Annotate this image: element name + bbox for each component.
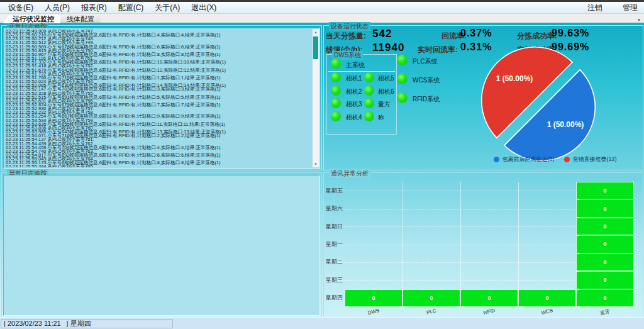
scroll-down-icon[interactable]: ▼ (313, 161, 319, 167)
stat-label: 当天分拣量: (326, 31, 366, 42)
legend-dot-icon (564, 157, 570, 162)
heatmap-cell: 0 (576, 199, 634, 217)
heatmap-cell: 0 (576, 271, 634, 289)
error-log-list[interactable] (3, 175, 320, 316)
dws-item-label: 相机5 (378, 74, 394, 83)
logout-button[interactable]: 注销 (586, 2, 604, 14)
system-label: PLC系统 (413, 57, 437, 66)
device-status-title: 设备运行状态 (329, 22, 370, 31)
dws-item-label: 相机6 (378, 87, 394, 96)
dws-status-indicator (364, 111, 374, 121)
dws-status-indicator (331, 86, 341, 96)
menu-item[interactable]: 关于(A) (149, 2, 186, 14)
menu-item[interactable]: 配置(C) (113, 2, 150, 14)
heatmap-ylabel: 星期一 (324, 235, 343, 253)
pie-legend-item[interactable]: 货物直接堆叠(12) (564, 155, 616, 164)
heatmap-cell: 0 (576, 182, 634, 199)
normal-log-panel: 正常日志追踪 02-23 11:25:49.909 从PLC收到小车号747.0… (1, 25, 322, 170)
dws-item-label: 相机3 (346, 100, 362, 109)
system-status-indicator (397, 92, 408, 103)
stat-label: 实时回流率: (418, 45, 458, 55)
system-label: WCS系统 (413, 76, 440, 85)
statusbar: | 2023/02/23 11:21 | 星期四 (0, 317, 644, 329)
admin-button[interactable]: 管理 (621, 2, 639, 14)
pie-slice-label: 1 (50.00%) (547, 120, 584, 129)
heatmap-ylabel: 星期五 (324, 182, 343, 199)
menu-item[interactable]: 退出(X) (186, 2, 222, 14)
heatmap-cell: 0 (576, 218, 634, 235)
comm-anomaly-title: 通讯异常分析 (329, 169, 370, 178)
stat-value: 11940 (372, 42, 404, 54)
normal-log-lines: 02-23 11:25:49.909 从PLC收到小车号747.02-23 11… (6, 30, 311, 167)
stat-value: 542 (372, 28, 392, 40)
menubar-items: 设备(E)人员(P)报表(R)配置(C)关于(A)退出(X) (3, 2, 222, 14)
system-status-indicator (397, 55, 408, 65)
heatmap-ylabel: 星期三 (324, 271, 343, 289)
pie-legend-label: 包裹前后距离临近(5) (502, 155, 554, 164)
device-status-panel: 设备运行状态 当天分拣量:542线速(个/h):11940回流率:0.37%实时… (323, 25, 643, 170)
pie-legend-item[interactable]: 包裹前后距离临近(5) (494, 155, 554, 164)
dws-item-label: 相机1 (346, 74, 362, 83)
dws-divider (328, 71, 395, 72)
dws-item-label: 称 (378, 113, 384, 122)
pie-legend-label: 货物直接堆叠(12) (572, 155, 616, 164)
status-weekday: | 星期四 (67, 320, 91, 327)
normal-log-list[interactable]: 02-23 11:25:49.909 从PLC收到小车号747.02-23 11… (3, 28, 320, 169)
error-log-panel: 异常日志追踪 (1, 172, 322, 318)
menu-item[interactable]: 设备(E) (3, 2, 39, 14)
normal-log-scrollbar[interactable]: ▲ ▼ (313, 29, 319, 167)
pie-slice-label: 1 (50.00%) (496, 74, 533, 83)
dws-status-indicator (331, 111, 341, 121)
overflow-dropdown-icon[interactable]: ▼ (637, 18, 641, 22)
tab-0[interactable]: 运行状况监控 (3, 15, 60, 23)
system-status-indicator (397, 74, 408, 84)
heatmap-ylabel: 星期日 (324, 218, 343, 235)
comm-anomaly-panel: 通讯异常分析 星期五星期六星期日星期一星期二星期三星期四00000000000D… (323, 172, 643, 318)
legend-dot-icon (494, 157, 499, 162)
menu-item[interactable]: 报表(R) (75, 2, 113, 14)
menu-item[interactable]: 人员(P) (39, 2, 75, 14)
dws-item-label: 相机4 (346, 113, 362, 122)
dws-item-label: 量方 (378, 100, 391, 109)
pie-legend: 包裹前后距离临近(5)货物直接堆叠(12) (475, 155, 636, 164)
dws-status-indicator (331, 98, 341, 108)
menubar: 设备(E)人员(P)报表(R)配置(C)关于(A)退出(X) 注销管理 (0, 2, 644, 14)
main-area: 正常日志追踪 02-23 11:25:49.909 从PLC收到小车号747.0… (0, 23, 644, 318)
status-datetime: | 2023/02/23 11:21 (4, 320, 61, 327)
dws-item-label: 相机2 (346, 87, 362, 96)
dws-main-status-indicator (331, 59, 341, 69)
heatmap-ylabel: 星期六 (324, 199, 343, 217)
heatmap-cell: 0 (576, 235, 634, 253)
dws-system-panel: DWS系统 主系统 相机1相机5相机2相机6相机3量方相机4称 (326, 54, 397, 135)
heatmap-ylabel: 星期二 (324, 254, 343, 271)
dws-main-label: 主系统 (346, 61, 365, 70)
heatmap-cell: 0 (576, 254, 634, 271)
dws-status-indicator (364, 86, 374, 96)
defect-pie-chart: 1 (50.00%)1 (50.00%) (472, 37, 605, 170)
menubar-right: 注销管理 (586, 2, 641, 14)
scrollbar-thumb[interactable] (313, 36, 318, 59)
heatmap-ylabel: 星期四 (324, 289, 343, 307)
status-datetime-box: | 2023/02/23 11:21 | 星期四 (1, 319, 173, 328)
dws-status-indicator (364, 72, 374, 82)
scroll-up-icon[interactable]: ▲ (313, 29, 319, 35)
system-label: RFID系统 (413, 95, 440, 104)
dws-status-indicator (331, 72, 341, 82)
dws-status-indicator (364, 98, 374, 108)
